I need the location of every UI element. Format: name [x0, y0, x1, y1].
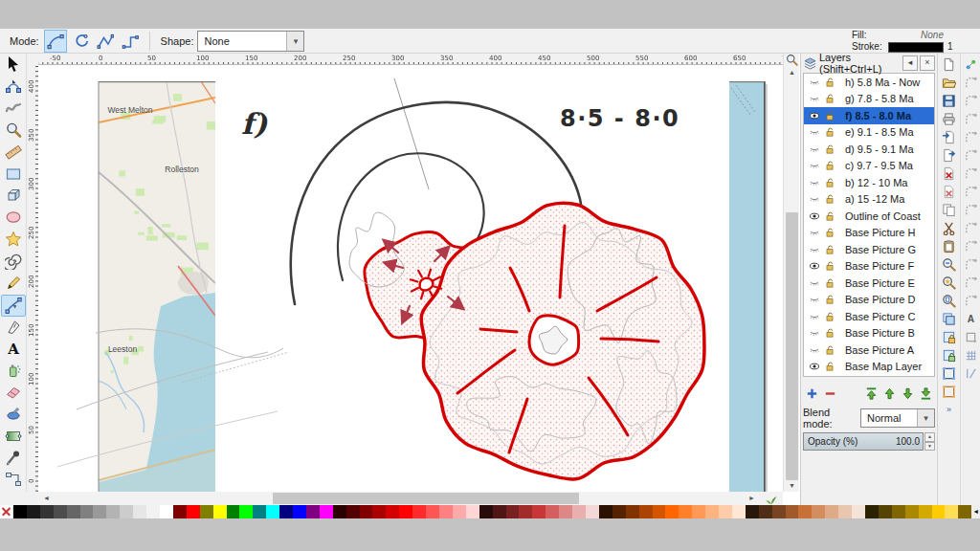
layer-hidden-icon[interactable] — [807, 92, 822, 105]
spiral-tool[interactable] — [1, 252, 26, 274]
rectangle-tool[interactable] — [1, 164, 26, 186]
color-swatch[interactable] — [426, 505, 439, 518]
color-swatch[interactable] — [759, 505, 772, 518]
layer-row[interactable]: Base Picture B — [804, 325, 934, 342]
snap-bbox-edge-button[interactable] — [963, 92, 980, 110]
color-swatch[interactable] — [546, 505, 559, 518]
layer-unlocked-icon[interactable] — [822, 192, 837, 206]
layer-unlocked-icon[interactable] — [822, 76, 837, 89]
add-layer-button[interactable] — [803, 385, 821, 402]
mode-bezier-button[interactable] — [44, 30, 67, 53]
ellipse-tool[interactable] — [1, 208, 26, 230]
remove-layer-button[interactable] — [821, 385, 839, 402]
layer-hidden-icon[interactable] — [807, 159, 822, 172]
layer-unlocked-icon[interactable] — [822, 326, 837, 340]
color-swatch[interactable] — [905, 505, 919, 518]
unlink-clone-button[interactable] — [940, 346, 959, 364]
color-swatch[interactable] — [412, 505, 426, 518]
snap-rotation-center-button[interactable] — [963, 292, 980, 310]
color-swatch[interactable] — [40, 505, 54, 518]
layer-hidden-icon[interactable] — [807, 276, 822, 290]
color-swatch[interactable] — [253, 505, 266, 518]
horizontal-scroll-thumb[interactable] — [273, 493, 579, 504]
snap-object-center-button[interactable] — [963, 274, 980, 292]
chevron-down-icon[interactable]: ▾ — [286, 32, 303, 51]
snap-bbox-corner-button[interactable] — [963, 110, 980, 128]
lower-to-bottom-button[interactable] — [917, 385, 935, 402]
color-swatch[interactable] — [532, 505, 546, 518]
color-swatch[interactable] — [187, 505, 200, 518]
color-swatch[interactable] — [266, 505, 279, 518]
color-swatch[interactable] — [239, 505, 253, 518]
layer-visible-icon[interactable] — [807, 209, 822, 223]
edit-mask-button[interactable] — [940, 383, 959, 401]
color-swatch[interactable] — [732, 505, 746, 518]
print-button[interactable] — [940, 110, 959, 128]
spray-tool[interactable] — [1, 361, 26, 383]
color-swatch[interactable] — [812, 505, 825, 518]
color-swatch[interactable] — [719, 505, 732, 518]
color-swatch[interactable] — [932, 505, 946, 518]
snap-smooth-node-button[interactable] — [963, 237, 980, 255]
zoom-tool[interactable] — [1, 121, 26, 143]
snap-master-button[interactable] — [963, 55, 980, 74]
color-swatch[interactable] — [772, 505, 786, 518]
layer-hidden-icon[interactable] — [807, 125, 822, 139]
layer-row[interactable]: Base Picture E — [804, 275, 934, 292]
horizontal-ruler[interactable] — [27, 54, 783, 65]
snap-path-intersection-button[interactable] — [963, 201, 980, 219]
layer-hidden-icon[interactable] — [807, 293, 822, 306]
layer-visible-icon[interactable] — [807, 360, 822, 373]
layer-row[interactable]: Base Picture H — [804, 225, 934, 242]
layer-row[interactable]: g) 7.8 - 5.8 Ma — [804, 91, 934, 108]
pencil-tool[interactable] — [1, 273, 26, 295]
duplicate-button[interactable] — [940, 310, 959, 328]
layer-visible-icon[interactable] — [807, 109, 822, 122]
color-swatch[interactable] — [865, 505, 879, 518]
color-swatch[interactable] — [173, 505, 187, 518]
color-swatch[interactable] — [293, 505, 306, 518]
layer-hidden-icon[interactable] — [807, 76, 822, 89]
new-document-button[interactable] — [940, 55, 959, 74]
redo-button[interactable] — [940, 183, 959, 201]
color-swatch[interactable] — [346, 505, 360, 518]
raise-to-top-button[interactable] — [862, 385, 880, 402]
export-button[interactable] — [940, 146, 959, 165]
color-swatch[interactable] — [227, 505, 240, 518]
color-swatch[interactable] — [466, 505, 479, 518]
color-swatch[interactable] — [320, 505, 333, 518]
copy-button[interactable] — [940, 201, 959, 219]
snap-node-button[interactable] — [963, 165, 980, 183]
snap-page-border-button[interactable] — [963, 328, 980, 346]
layer-unlocked-icon[interactable] — [822, 310, 837, 323]
layer-unlocked-icon[interactable] — [822, 259, 837, 273]
layer-unlocked-icon[interactable] — [822, 360, 837, 373]
snap-line-midpoint-button[interactable] — [963, 255, 980, 274]
layer-unlocked-icon[interactable] — [822, 243, 837, 256]
color-swatch[interactable] — [692, 505, 705, 518]
vertical-scroll-thumb[interactable] — [786, 212, 798, 480]
layer-hidden-icon[interactable] — [807, 192, 822, 206]
layer-unlocked-icon[interactable] — [822, 143, 837, 156]
color-swatch[interactable] — [306, 505, 320, 518]
raise-layer-button[interactable] — [880, 385, 899, 402]
color-swatch[interactable] — [120, 505, 133, 518]
color-swatch[interactable] — [879, 505, 892, 518]
color-swatch[interactable] — [493, 505, 506, 518]
snap-bbox-center-button[interactable] — [963, 146, 980, 165]
layer-hidden-icon[interactable] — [807, 176, 822, 189]
color-swatch[interactable] — [360, 505, 373, 518]
color-swatch[interactable] — [919, 505, 932, 518]
color-swatch[interactable] — [559, 505, 572, 518]
layer-hidden-icon[interactable] — [807, 243, 822, 256]
panel-close-button[interactable]: × — [920, 55, 935, 71]
mode-paraxial-button[interactable] — [119, 30, 142, 53]
color-swatch[interactable] — [506, 505, 520, 518]
layer-row[interactable]: b) 12 - 10 Ma — [804, 174, 934, 191]
snap-cusp-node-button[interactable] — [963, 219, 980, 237]
vertical-ruler[interactable] — [27, 65, 38, 492]
layer-row[interactable]: Base Picture F — [804, 258, 934, 276]
color-swatch[interactable] — [146, 505, 160, 518]
panel-collapse-button[interactable]: ◂ — [902, 55, 918, 71]
layer-row[interactable]: Base Picture D — [804, 292, 934, 309]
